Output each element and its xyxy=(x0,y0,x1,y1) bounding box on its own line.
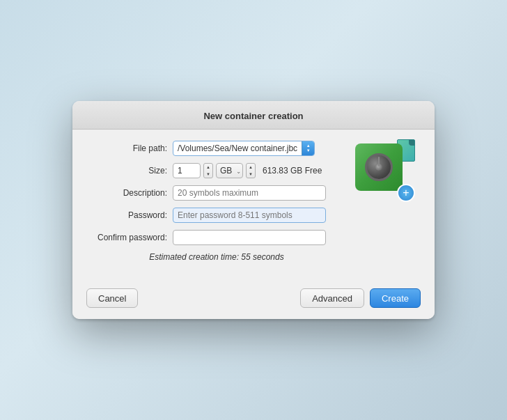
create-button[interactable]: Create xyxy=(370,288,421,308)
dialog-title: New container creation xyxy=(203,111,303,121)
password-row: Password: xyxy=(89,208,344,223)
safe-dial-line xyxy=(378,157,380,166)
file-path-label: File path: xyxy=(89,143,173,153)
safe-dial-icon xyxy=(365,153,393,181)
confirm-password-label: Confirm password: xyxy=(89,233,173,242)
file-path-stepper[interactable]: ▲ ▼ xyxy=(302,141,314,155)
estimation-row: Estimated creation time: 55 seconds xyxy=(89,252,344,262)
new-container-dialog: New container creation File path: /Volum… xyxy=(72,101,435,319)
size-stepper[interactable]: ▲ ▼ xyxy=(203,163,213,178)
unit-stepper-down[interactable]: ▼ xyxy=(247,171,255,178)
free-space-text: 613.83 GB Free xyxy=(263,166,322,176)
unit-select[interactable]: KB MB GB TB xyxy=(216,163,243,178)
confirm-password-input[interactable] xyxy=(173,230,326,245)
file-path-input-container[interactable]: /Volumes/Sea/New container.jbc ▲ ▼ xyxy=(173,141,315,156)
filepath-arrow-up-icon[interactable]: ▲ xyxy=(306,143,311,148)
unit-stepper[interactable]: ▲ ▼ xyxy=(246,163,256,178)
size-label: Size: xyxy=(89,166,173,176)
password-label: Password: xyxy=(89,210,173,220)
size-input[interactable] xyxy=(173,163,201,178)
size-stepper-down[interactable]: ▼ xyxy=(204,171,212,178)
unit-select-wrapper[interactable]: KB MB GB TB xyxy=(216,163,243,178)
dialog-footer: Cancel Advanced Create xyxy=(72,280,435,319)
dialog-titlebar: New container creation xyxy=(72,101,435,130)
advanced-button[interactable]: Advanced xyxy=(300,288,364,308)
icon-area: + xyxy=(355,141,418,266)
file-path-row: File path: /Volumes/Sea/New container.jb… xyxy=(89,141,344,156)
estimation-text: Estimated creation time: 55 seconds xyxy=(149,252,283,262)
description-row: Description: xyxy=(89,185,344,201)
cancel-button[interactable]: Cancel xyxy=(86,288,138,308)
size-row: Size: ▲ ▼ KB MB GB TB xyxy=(89,163,344,178)
form-area: File path: /Volumes/Sea/New container.jb… xyxy=(89,141,344,266)
filepath-arrow-down-icon[interactable]: ▼ xyxy=(306,148,311,153)
safe-icon: + xyxy=(355,143,411,199)
password-input[interactable] xyxy=(173,208,326,223)
footer-right-buttons: Advanced Create xyxy=(300,288,421,308)
plus-badge-icon: + xyxy=(397,184,415,202)
description-input[interactable] xyxy=(173,185,326,201)
description-label: Description: xyxy=(89,188,173,198)
confirm-password-row: Confirm password: xyxy=(89,230,344,245)
size-controls: ▲ ▼ KB MB GB TB ▲ ▼ xyxy=(173,163,322,178)
unit-stepper-up[interactable]: ▲ xyxy=(247,164,255,171)
dialog-body: File path: /Volumes/Sea/New container.jb… xyxy=(72,130,435,280)
file-path-value: /Volumes/Sea/New container.jbc xyxy=(173,143,302,153)
safe-body-icon xyxy=(355,143,403,191)
size-stepper-up[interactable]: ▲ xyxy=(204,164,212,171)
